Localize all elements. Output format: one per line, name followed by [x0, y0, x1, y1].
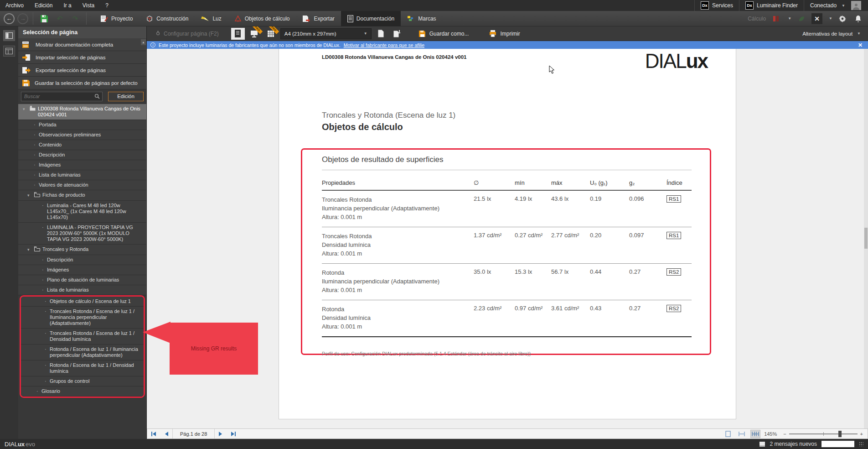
surface-name-cell: Troncales RotondaIluminancia perpendicul… [322, 195, 474, 221]
tab-construccion[interactable]: Construcción [139, 11, 195, 26]
save-as-button[interactable]: Guardar como... [412, 26, 475, 41]
menu-item-archivo[interactable]: Archivo [0, 0, 29, 11]
tab-documentacion[interactable]: Documentación [341, 11, 401, 26]
sidebar-action-export-pages[interactable]: Exportar selección de páginas [18, 64, 146, 77]
chevron-down-icon[interactable]: ▼ [788, 16, 791, 21]
paper-size-dropdown[interactable]: A4 (210mm x 297mm) ▼ [280, 28, 372, 39]
chevron-down-icon[interactable]: ▼ [829, 16, 832, 21]
tree-item-descripcion[interactable]: ·Descripción [18, 150, 146, 160]
tree-item-lista-de-luminarias[interactable]: ·Lista de luminarias [18, 170, 146, 180]
tree-item-rotonda-escena-de-luz-1-densidad-luminic[interactable]: ·Rotonda / Escena de luz 1 / Densidad lu… [21, 360, 144, 376]
services-button[interactable]: Dx Services [694, 0, 739, 11]
last-page-button[interactable] [227, 429, 240, 439]
forward-button[interactable]: → [17, 13, 28, 24]
statusbar-right: 2 mensajes nuevos [759, 441, 863, 447]
connected-menu[interactable]: Conectado ▼ [804, 0, 868, 11]
zoom-slider-handle[interactable] [838, 431, 842, 437]
close-icon[interactable]: ✕ [856, 42, 864, 48]
layout-alternatives-dropdown[interactable]: Alternativas de layout ▼ [802, 31, 864, 37]
tree-item-observaciones-preliminares[interactable]: ·Observaciones preliminares [18, 130, 146, 140]
presentation-view-button[interactable]: PRO [248, 28, 261, 40]
max-cell: 3.61 cd/m² [551, 305, 590, 312]
tree-item-label: Descripción [47, 257, 144, 263]
save-button[interactable] [38, 13, 51, 25]
layout-panel-icon[interactable] [3, 46, 15, 57]
gear-icon[interactable] [837, 13, 848, 24]
tree-item-fichas-de-producto[interactable]: ▾Fichas de producto [18, 190, 146, 201]
cancel-calculation-button[interactable]: ✕ [811, 13, 822, 24]
print-button[interactable]: Imprimir [483, 26, 526, 41]
tree-item-grupos-de-control[interactable]: ·Grupos de control [21, 376, 144, 386]
new-page-button[interactable] [374, 28, 388, 40]
services-label: Services [712, 2, 733, 9]
menu-item-edicion[interactable]: Edición [29, 0, 58, 11]
next-page-button[interactable] [215, 429, 227, 439]
tab-objetos-de-calculo[interactable]: Objetos de cálculo [228, 11, 296, 26]
tab-marcas[interactable]: Marcas [401, 11, 442, 26]
zoom-slider-track[interactable] [789, 433, 858, 434]
tree-item-contenido[interactable]: ·Contenido [18, 140, 146, 150]
redo-button[interactable]: ↷ [69, 13, 82, 25]
edit-button[interactable]: Edición [108, 92, 144, 101]
tree-item-troncales-rotonda-escena-de-luz-1-densid[interactable]: ·Troncales Rotonda / Escena de luz 1 / D… [21, 329, 144, 345]
tab-exportar[interactable]: Exportar [296, 11, 341, 26]
sidebar-action-show-full-doc[interactable]: Mostrar documentación completa▲ [18, 38, 146, 51]
tree-item-label: Luminalia - Cares M 48 led 120w L145x70_… [47, 203, 144, 220]
fit-page-button[interactable] [723, 430, 733, 438]
single-page-view-button[interactable] [231, 28, 245, 40]
zoom-out-button[interactable]: − [783, 431, 786, 437]
resize-grip[interactable] [859, 442, 863, 446]
tree-item-luminalia-cares-m-48-led-120w-l145x70-1x[interactable]: ·Luminalia - Cares M 48 led 120w L145x70… [18, 201, 146, 223]
menu-item-vista[interactable]: Vista [77, 0, 100, 11]
sidebar-action-save-default-pages[interactable]: EVOGuardar la selección de páginas por d… [18, 77, 146, 89]
main-column: Configurar página (F2) PRO PRO A4 (210mm… [147, 26, 868, 439]
tree-item-troncales-y-rotonda[interactable]: ▾Troncales y Rotonda [18, 245, 146, 255]
tree-item-imagenes[interactable]: ·Imágenes [18, 160, 146, 170]
page-selection-sidebar: Selección de página Mostrar documentació… [18, 26, 147, 439]
table-view-button[interactable]: PRO [264, 28, 278, 40]
bullet-icon: · [42, 224, 45, 230]
tree-item-objetos-de-calculo-escena-de-luz-1[interactable]: ·Objetos de cálculo / Escena de luz 1 [21, 297, 144, 307]
duplicate-page-button[interactable] [391, 28, 404, 40]
tree-item-descripcion[interactable]: ·Descripción [18, 255, 146, 265]
bell-icon[interactable] [852, 13, 863, 24]
tree-item-luminalia-proyector-tapia-vg-2023-200w-6[interactable]: ·LUMINALIA - PROYECTOR TAPIA VG 2023 200… [18, 223, 146, 245]
back-button[interactable]: ← [4, 13, 15, 24]
fit-width-button[interactable] [737, 430, 747, 438]
fit-two-pages-button[interactable] [750, 430, 760, 438]
tab-luz[interactable]: Luz [195, 11, 227, 26]
undo-button[interactable]: ↶ [53, 13, 66, 25]
tree-item-imagenes[interactable]: ·Imágenes [18, 265, 146, 275]
menu-item-ir-a[interactable]: Ir a [58, 0, 77, 11]
zoom-in-button[interactable]: + [860, 431, 863, 437]
luminaire-finder-button[interactable]: Dx Luminaire Finder [739, 0, 804, 11]
tree-item-valores-de-atenuacion[interactable]: ·Valores de atenuación [18, 180, 146, 190]
document-scrollbar[interactable] [864, 49, 868, 428]
scrollbar-thumb[interactable] [864, 228, 868, 249]
configure-page-button-disabled[interactable]: Configurar página (F2) [150, 31, 223, 37]
avatar[interactable] [851, 1, 861, 10]
calculation-icon[interactable] [770, 13, 781, 24]
tree-item-ld00308-rotonda-villanueva-cangas-de-oni[interactable]: ▾LD00308 Rotonda Villanueva Cangas de On… [18, 104, 146, 120]
new-messages-label[interactable]: 2 mensajes nuevos [770, 441, 817, 447]
previous-page-button[interactable] [160, 429, 172, 439]
expander-icon[interactable]: ▾ [23, 106, 27, 112]
page-selection-panel-icon[interactable] [3, 30, 15, 41]
tree-item-rotonda-escena-de-luz-1-iluminancia-perp[interactable]: ·Rotonda / Escena de luz 1 / Iluminancia… [21, 345, 144, 360]
tab-proyecto[interactable]: Proyecto [94, 11, 139, 26]
expander-icon[interactable]: ▾ [27, 247, 32, 253]
search-input[interactable] [21, 92, 103, 101]
menubar-right: Dx Services Dx Luminaire Finder Conectad… [694, 0, 868, 11]
expander-icon[interactable]: ▾ [27, 193, 32, 198]
sidebar-action-import-pages[interactable]: Importar selección de páginas [18, 51, 146, 64]
scroll-up-button[interactable]: ▲ [141, 39, 146, 45]
tree-item-glosario[interactable]: ·Glosario [21, 386, 144, 397]
tree-item-plano-de-situacion-de-luminarias[interactable]: ·Plano de situación de luminarias [18, 275, 146, 285]
import-pages-icon [22, 54, 31, 61]
motivate-manufacturer-link[interactable]: Motivar al fabricante para que se afilie [344, 42, 424, 48]
first-page-button[interactable] [147, 429, 160, 439]
menu-item-[interactable]: ? [100, 0, 114, 11]
tree-item-portada[interactable]: ·Portada [18, 120, 146, 130]
tree-item-troncales-rotonda-escena-de-luz-1-ilumin[interactable]: ·Troncales Rotonda / Escena de luz 1 / I… [21, 307, 144, 329]
tree-item-lista-de-luminarias[interactable]: ·Lista de luminarias [18, 285, 146, 295]
